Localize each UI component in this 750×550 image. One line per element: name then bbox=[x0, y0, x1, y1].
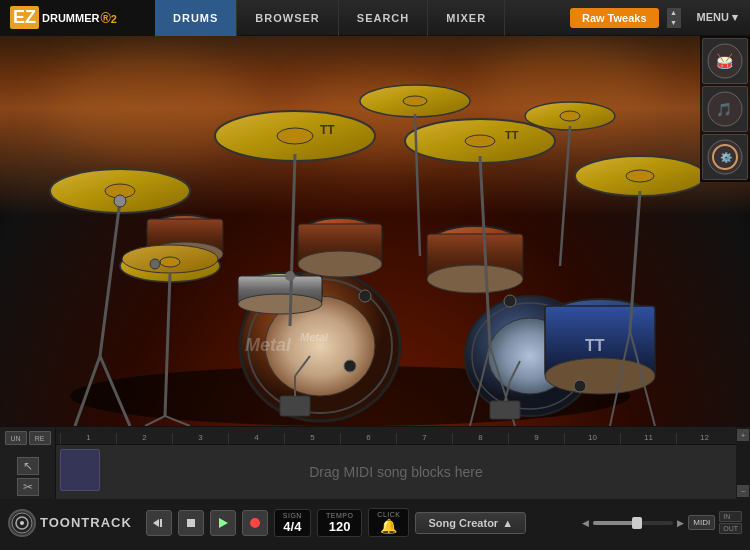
logo-2: ®2 bbox=[100, 10, 116, 26]
scroll-down-button[interactable]: − bbox=[737, 485, 749, 497]
rewind-button[interactable] bbox=[146, 510, 172, 536]
svg-point-19 bbox=[427, 265, 523, 293]
undo-button[interactable]: UN bbox=[5, 431, 27, 445]
pointer-tool[interactable]: ↖ bbox=[17, 457, 39, 475]
svg-text:🥁: 🥁 bbox=[716, 53, 734, 70]
ruler-mark-4: 4 bbox=[228, 433, 284, 444]
click-label: Click bbox=[377, 511, 400, 518]
svg-point-36 bbox=[150, 259, 160, 269]
panel-icon-2[interactable]: 🎵 bbox=[702, 86, 748, 132]
volume-slider[interactable] bbox=[593, 521, 673, 525]
volume-left-arrow[interactable]: ◀ bbox=[582, 518, 589, 528]
nav-up-arrow[interactable]: ▲ bbox=[667, 8, 681, 18]
ruler-mark-11: 11 bbox=[620, 433, 676, 444]
top-navigation: EZ DRUMMER ®2 DRUMS BROWSER SEARCH MIXER… bbox=[0, 0, 750, 36]
svg-marker-83 bbox=[219, 518, 228, 528]
bottom-bar: TOONTRACK Sign 4/4 Tempo 120 Click 🔔 Son… bbox=[0, 498, 750, 546]
cut-tool[interactable]: ✂ bbox=[17, 478, 39, 496]
svg-point-32 bbox=[160, 257, 180, 267]
slider-thumb[interactable] bbox=[632, 517, 642, 529]
logo-drummer: DRUMMER bbox=[42, 12, 99, 24]
song-creator-button[interactable]: Song Creator ▲ bbox=[415, 512, 526, 534]
drum-kit-area: Metal TT bbox=[0, 36, 750, 426]
click-icon: 🔔 bbox=[377, 518, 400, 534]
tab-browser[interactable]: BROWSER bbox=[237, 0, 338, 36]
svg-point-79 bbox=[20, 521, 24, 525]
svg-point-43 bbox=[465, 135, 495, 147]
toontrack-circle-icon bbox=[8, 509, 36, 537]
ruler-mark-9: 9 bbox=[508, 433, 564, 444]
svg-point-49 bbox=[626, 170, 654, 182]
svg-rect-59 bbox=[280, 396, 310, 416]
tab-drums[interactable]: DRUMS bbox=[155, 0, 237, 36]
volume-right-arrow[interactable]: ▶ bbox=[677, 518, 684, 528]
scroll-up-button[interactable]: + bbox=[737, 429, 749, 441]
stop-button[interactable] bbox=[178, 510, 204, 536]
time-signature-label: Sign bbox=[283, 512, 302, 519]
nav-tabs: DRUMS BROWSER SEARCH MIXER Raw Tweaks ▲ … bbox=[155, 0, 750, 36]
ruler-mark-2: 2 bbox=[116, 433, 172, 444]
ruler-mark-3: 3 bbox=[172, 433, 228, 444]
play-button[interactable] bbox=[210, 510, 236, 536]
menu-button[interactable]: MENU ▾ bbox=[685, 11, 750, 24]
time-signature-box[interactable]: Sign 4/4 bbox=[274, 509, 311, 537]
ruler-mark-6: 6 bbox=[340, 433, 396, 444]
raw-tweaks-button[interactable]: Raw Tweaks bbox=[570, 8, 659, 28]
svg-point-16 bbox=[298, 251, 382, 277]
svg-marker-80 bbox=[153, 519, 159, 527]
svg-text:TT: TT bbox=[320, 123, 335, 137]
svg-point-41 bbox=[285, 271, 295, 281]
panel-icon-3[interactable]: ⚙️ bbox=[702, 134, 748, 180]
svg-point-38 bbox=[277, 128, 313, 144]
svg-point-10 bbox=[238, 294, 322, 314]
ruler-mark-7: 7 bbox=[396, 433, 452, 444]
tempo-label: Tempo bbox=[326, 512, 353, 519]
timeline-left: UN RE ↖ ✂ bbox=[0, 427, 56, 499]
svg-point-29 bbox=[114, 195, 126, 207]
record-button[interactable] bbox=[242, 510, 268, 536]
svg-line-26 bbox=[100, 201, 120, 356]
timeline-content[interactable]: Drag MIDI song blocks here bbox=[56, 445, 736, 499]
tempo-value: 120 bbox=[326, 519, 353, 534]
toontrack-logo: TOONTRACK bbox=[8, 509, 132, 537]
logo-ez: EZ bbox=[10, 6, 39, 29]
click-box[interactable]: Click 🔔 bbox=[368, 508, 409, 537]
tab-mixer[interactable]: MIXER bbox=[428, 0, 505, 36]
slider-fill bbox=[593, 521, 637, 525]
svg-rect-62 bbox=[490, 401, 520, 419]
ruler-mark-10: 10 bbox=[564, 433, 620, 444]
panel-icon-1[interactable]: 🥁 bbox=[702, 38, 748, 84]
svg-text:⚙️: ⚙️ bbox=[720, 151, 733, 164]
svg-text:Metal: Metal bbox=[245, 335, 292, 355]
svg-rect-81 bbox=[160, 519, 162, 527]
svg-text:TT: TT bbox=[505, 129, 519, 141]
svg-text:🎵: 🎵 bbox=[716, 101, 733, 118]
tab-search[interactable]: SEARCH bbox=[339, 0, 428, 36]
tempo-box[interactable]: Tempo 120 bbox=[317, 509, 362, 537]
time-signature-value: 4/4 bbox=[283, 519, 302, 534]
ruler-marks: 1 2 3 4 5 6 7 8 9 10 11 12 bbox=[60, 427, 732, 444]
out-button[interactable]: OUT bbox=[719, 523, 742, 534]
drag-hint-text: Drag MIDI song blocks here bbox=[309, 464, 483, 480]
svg-point-67 bbox=[344, 360, 356, 372]
timeline-tools: ↖ ✂ bbox=[17, 457, 39, 496]
nav-arrows: ▲ ▼ bbox=[667, 8, 681, 28]
midi-button[interactable]: MIDI bbox=[688, 515, 715, 530]
toontrack-name: TOONTRACK bbox=[40, 515, 132, 530]
in-out-buttons: IN OUT bbox=[719, 511, 742, 534]
song-creator-label: Song Creator bbox=[428, 517, 498, 529]
ruler-mark-8: 8 bbox=[452, 433, 508, 444]
svg-text:TT: TT bbox=[585, 337, 605, 354]
svg-point-65 bbox=[359, 290, 371, 302]
right-panel: 🥁 🎵 ⚙️ bbox=[700, 36, 750, 182]
timeline-scroll: + − bbox=[736, 427, 750, 499]
svg-text:Metal: Metal bbox=[300, 331, 329, 343]
logo-area: EZ DRUMMER ®2 bbox=[0, 0, 155, 36]
ruler-mark-5: 5 bbox=[284, 433, 340, 444]
midi-block[interactable] bbox=[60, 449, 100, 491]
nav-down-arrow[interactable]: ▼ bbox=[667, 18, 681, 28]
ruler-mark-12: 12 bbox=[676, 433, 732, 444]
song-creator-arrow-icon: ▲ bbox=[502, 517, 513, 529]
in-button[interactable]: IN bbox=[719, 511, 742, 522]
redo-button[interactable]: RE bbox=[29, 431, 51, 445]
